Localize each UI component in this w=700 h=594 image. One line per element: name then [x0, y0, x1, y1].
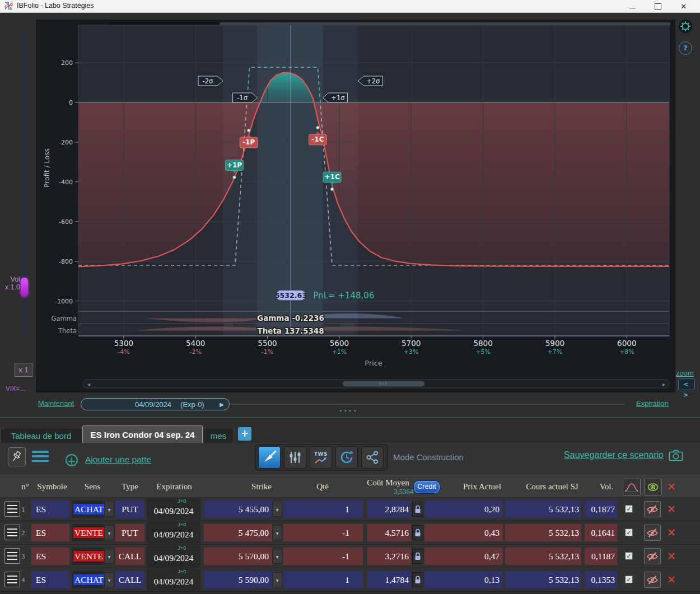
expiration-link[interactable]: Expiration [636, 399, 669, 408]
strike-field[interactable]: 5 455,00 [204, 501, 272, 518]
share-button[interactable] [361, 446, 384, 469]
expiration-field[interactable]: J+004/09/2024 [147, 498, 200, 520]
symbol-field[interactable]: ES [31, 524, 69, 541]
underlying-price-field[interactable]: 5 532,13 [505, 571, 581, 588]
visible-checkbox[interactable]: ✓ [625, 552, 633, 560]
strike-field[interactable]: 5 475,00 [204, 524, 272, 541]
strike-dropdown-arrow[interactable]: ▾ [272, 549, 282, 564]
type-field[interactable]: CALL [115, 548, 144, 565]
expiration-field[interactable]: J+004/09/2024 [147, 545, 200, 567]
hide-leg-button[interactable] [644, 501, 661, 517]
close-button[interactable]: ✕ [671, 0, 697, 12]
tab-tableau-de-bord[interactable]: Tableau de bord [0, 428, 82, 443]
sens-dropdown-arrow[interactable]: ▾ [104, 502, 114, 517]
underlying-price-field[interactable]: 5 532,13 [505, 548, 581, 565]
history-mode-button[interactable] [335, 446, 358, 469]
current-price-field[interactable]: 0,20 [424, 501, 503, 518]
add-leg-icon[interactable]: + [66, 454, 78, 466]
current-price-field[interactable]: 0,47 [424, 548, 503, 565]
type-field[interactable]: PUT [115, 524, 144, 541]
cost-field[interactable]: 3,2716 [367, 548, 411, 565]
lock-cost-button[interactable] [412, 572, 423, 587]
hide-leg-button[interactable] [644, 525, 661, 541]
sens-dropdown-arrow[interactable]: ▾ [104, 525, 114, 540]
qty-field[interactable]: -1 [283, 548, 363, 565]
tab-es-iron-condor-04-sep-24[interactable]: ES Iron Condor 04 sep. 24 [82, 425, 203, 443]
symbol-field[interactable]: ES [31, 501, 69, 518]
add-tab-button[interactable]: + [238, 427, 251, 441]
credit-badge[interactable]: Crédit [414, 481, 440, 493]
current-price-field[interactable]: 0,43 [424, 524, 503, 541]
vol-field[interactable]: 0,1641 [585, 524, 617, 541]
cost-field[interactable]: 2,8284 [367, 501, 411, 518]
construction-mode-button[interactable] [258, 446, 281, 469]
strike-field[interactable]: 5 590,00 [204, 571, 272, 588]
show-all-legs-button[interactable] [644, 479, 662, 495]
panel-resize-handle[interactable]: •••• [339, 408, 358, 414]
tab-mes[interactable]: mes [203, 428, 234, 443]
lock-cost-button[interactable] [412, 502, 423, 517]
strike-dropdown-arrow[interactable]: ▾ [272, 572, 282, 587]
scenario-date-pill[interactable]: 04/09/2024 (Exp-0) ▶ [81, 398, 230, 410]
cost-field[interactable]: 4,5716 [367, 524, 411, 541]
qty-field[interactable]: 1 [283, 571, 363, 588]
maximize-button[interactable] [645, 0, 671, 12]
pnl-chart[interactable]: -2σ-1σ+1σ+2σ+1P-1P-1C+1C5532.63PnL= +148… [0, 0, 700, 425]
visible-checkbox[interactable]: ✓ [625, 528, 633, 536]
type-field[interactable]: CALL [115, 571, 144, 588]
adjust-mode-button[interactable] [284, 446, 306, 469]
settings-gear-icon[interactable] [678, 19, 693, 34]
sens-dropdown-arrow[interactable]: ▾ [104, 572, 114, 587]
symbol-field[interactable]: ES [31, 571, 69, 588]
expiration-field[interactable]: J+004/09/2024 [147, 522, 200, 544]
expiration-field[interactable]: J+004/09/2024 [147, 569, 200, 591]
row-menu-button[interactable] [4, 548, 20, 564]
vol-field[interactable]: 0,1353 [585, 571, 617, 588]
delete-leg-button[interactable]: ✕ [665, 548, 678, 564]
sens-select[interactable]: ACHAT [72, 501, 104, 518]
row-menu-button[interactable] [4, 525, 20, 540]
vol-field[interactable]: 0,1187 [585, 548, 617, 565]
qty-field[interactable]: 1 [283, 501, 363, 518]
scrollbar-thumb[interactable] [343, 381, 424, 387]
chart-top-scrollbar[interactable] [220, 22, 671, 25]
hide-leg-button[interactable] [644, 572, 661, 588]
vol-reset-button[interactable]: x 1 [15, 363, 32, 377]
vol-slider-handle[interactable] [21, 278, 28, 297]
chart-scrollbar[interactable]: ◂▸ [83, 380, 669, 388]
save-scenario-link[interactable]: Sauvegarder ce scenario [526, 450, 664, 460]
symbol-field[interactable]: ES [31, 548, 69, 565]
delete-all-legs-button[interactable]: ✕ [665, 475, 678, 498]
delete-leg-button[interactable]: ✕ [665, 572, 678, 588]
strike-dropdown-arrow[interactable]: ▾ [272, 525, 282, 540]
camera-icon[interactable] [669, 449, 683, 464]
delete-leg-button[interactable]: ✕ [665, 501, 678, 517]
strike-field[interactable]: 5 570,00 [204, 548, 272, 565]
vol-field[interactable]: 0,1877 [585, 501, 617, 518]
help-icon[interactable]: ? [679, 41, 692, 55]
current-price-field[interactable]: 0,13 [424, 571, 503, 588]
pin-button[interactable] [8, 447, 26, 466]
qty-field[interactable]: -1 [283, 524, 363, 541]
sens-select[interactable]: VENTE [72, 524, 104, 541]
visible-checkbox[interactable]: ✓ [625, 505, 633, 513]
curve-toggle-button[interactable] [623, 479, 641, 495]
sens-select[interactable]: ACHAT [72, 571, 104, 588]
pnl-chart-canvas[interactable]: -2σ-1σ+1σ+2σ+1P-1P-1C+1C5532.63PnL= +148… [0, 0, 700, 425]
row-menu-button[interactable] [4, 501, 20, 517]
zoom-range-button[interactable]: < > [678, 378, 695, 390]
minimize-button[interactable] [619, 0, 645, 12]
vol-slider[interactable] [23, 29, 26, 337]
date-slider-track[interactable] [231, 404, 625, 405]
lock-cost-button[interactable] [412, 549, 423, 564]
visible-checkbox[interactable]: ✓ [625, 576, 633, 583]
underlying-price-field[interactable]: 5 532,13 [505, 524, 581, 541]
row-menu-button[interactable] [4, 572, 20, 587]
sens-dropdown-arrow[interactable]: ▾ [104, 549, 114, 564]
delete-leg-button[interactable]: ✕ [665, 525, 678, 541]
strike-dropdown-arrow[interactable]: ▾ [272, 502, 282, 517]
sens-select[interactable]: VENTE [72, 548, 104, 565]
menu-icon[interactable] [32, 451, 49, 462]
underlying-price-field[interactable]: 5 532,13 [505, 501, 581, 518]
cost-field[interactable]: 1,4784 [367, 571, 411, 588]
